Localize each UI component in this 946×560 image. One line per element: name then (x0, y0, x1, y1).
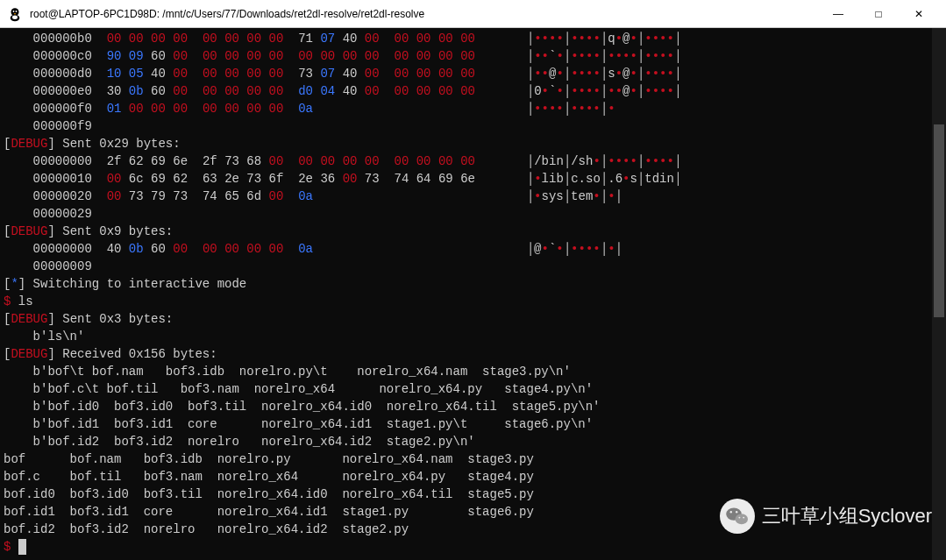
watermark-text: 三叶草小组Syclover (762, 503, 932, 529)
tux-icon (7, 6, 23, 22)
svg-point-4 (16, 11, 18, 12)
window-title-bar: root@LAPTOP-6PC1D98D: /mnt/c/Users/77/Do… (0, 0, 946, 28)
wechat-icon (720, 499, 755, 534)
minimize-button[interactable]: — (818, 0, 858, 28)
maximize-button[interactable]: □ (858, 0, 899, 28)
scroll-thumb[interactable] (934, 124, 944, 317)
terminal-output[interactable]: 000000b0 00 00 00 00 00 00 00 00 71 07 4… (0, 28, 946, 557)
window-title: root@LAPTOP-6PC1D98D: /mnt/c/Users/77/Do… (30, 8, 818, 20)
svg-point-10 (743, 517, 744, 519)
svg-point-6 (735, 514, 747, 524)
window-controls: — □ ✕ (818, 0, 939, 28)
svg-point-8 (736, 511, 737, 513)
svg-point-3 (13, 11, 15, 12)
scrollbar-vertical[interactable] (932, 28, 946, 560)
watermark: 三叶草小组Syclover (720, 499, 932, 534)
svg-point-9 (738, 517, 740, 519)
svg-point-7 (729, 511, 731, 513)
close-button[interactable]: ✕ (899, 0, 939, 28)
svg-point-2 (12, 15, 18, 19)
